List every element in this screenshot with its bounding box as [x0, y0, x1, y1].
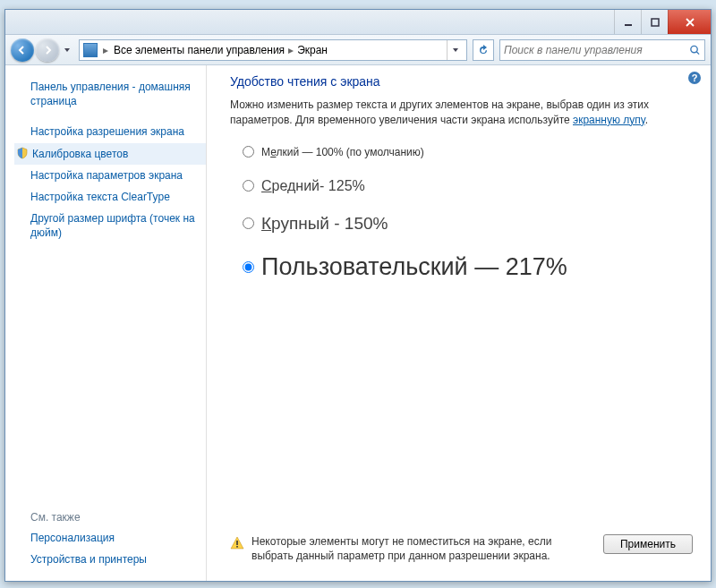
sidebar-link-cleartype[interactable]: Настройка текста ClearType: [14, 186, 206, 208]
navbar: ▸ Все элементы панели управления ▸ Экран: [5, 35, 711, 65]
sidebar-item-label: Калибровка цветов: [32, 147, 128, 161]
desc-text-end: .: [645, 114, 648, 126]
main-content: ? Удобство чтения с экрана Можно изменит…: [207, 65, 711, 581]
titlebar: [5, 10, 711, 35]
see-also-personalization[interactable]: Персонализация: [14, 527, 206, 549]
svg-rect-6: [236, 546, 238, 548]
label-small[interactable]: Мелкий — 100% (по умолчанию): [261, 146, 424, 158]
svg-rect-5: [236, 541, 238, 545]
warning-text: Некоторые элементы могут не поместиться …: [251, 534, 596, 563]
nav-arrows: [11, 38, 73, 62]
svg-rect-1: [652, 19, 659, 26]
radio-medium[interactable]: [243, 180, 254, 192]
shield-icon: [16, 147, 29, 159]
maximize-button[interactable]: [641, 10, 668, 34]
page-title: Удобство чтения с экрана: [230, 74, 693, 89]
label-large[interactable]: Крупный - 150%: [261, 214, 388, 234]
sidebar-link-display-settings[interactable]: Настройка параметров экрана: [14, 165, 206, 186]
scaling-options: Мелкий — 100% (по умолчанию) Средний- 12…: [230, 146, 693, 301]
svg-text:?: ?: [692, 72, 698, 83]
option-medium: Средний- 125%: [243, 178, 693, 194]
search-input[interactable]: [504, 44, 686, 56]
radio-large[interactable]: [243, 217, 254, 229]
option-large: Крупный - 150%: [243, 214, 693, 234]
breadcrumb: Все элементы панели управления ▸ Экран: [114, 44, 328, 56]
svg-point-2: [691, 46, 697, 52]
control-panel-icon: [83, 43, 98, 57]
sidebar-link-color-calibration[interactable]: Калибровка цветов: [14, 143, 206, 165]
radio-custom[interactable]: [243, 261, 254, 273]
see-also-devices-printers[interactable]: Устройства и принтеры: [14, 549, 206, 570]
search-box[interactable]: [499, 39, 705, 61]
address-bar[interactable]: ▸ Все элементы панели управления ▸ Экран: [79, 39, 467, 61]
nav-history-dropdown[interactable]: [61, 42, 73, 58]
radio-small[interactable]: [243, 146, 254, 158]
close-button[interactable]: [668, 10, 711, 34]
sidebar-home-link[interactable]: Панель управления - домашняя страница: [14, 76, 206, 112]
warning-icon: [230, 536, 244, 550]
svg-rect-0: [625, 24, 632, 26]
magnifier-link[interactable]: экранную лупу: [573, 114, 645, 126]
breadcrumb-item[interactable]: Все элементы панели управления: [114, 44, 285, 56]
label-medium[interactable]: Средний- 125%: [261, 178, 365, 194]
refresh-button[interactable]: [473, 39, 494, 61]
breadcrumb-sep-icon: ▸: [286, 44, 295, 56]
label-custom[interactable]: Пользовательский — 217%: [261, 253, 567, 281]
apply-button[interactable]: Применить: [603, 534, 693, 554]
option-custom: Пользовательский — 217%: [243, 253, 693, 281]
sidebar-link-resolution[interactable]: Настройка разрешения экрана: [14, 121, 206, 142]
help-icon[interactable]: ?: [687, 71, 702, 85]
description: Можно изменить размер текста и других эл…: [230, 98, 693, 128]
breadcrumb-item[interactable]: Экран: [297, 44, 328, 56]
back-button[interactable]: [11, 38, 34, 62]
minimize-button[interactable]: [614, 10, 641, 34]
sidebar-link-custom-dpi[interactable]: Другой размер шрифта (точек на дюйм): [14, 208, 206, 243]
body: Панель управления - домашняя страница На…: [5, 65, 711, 581]
search-icon[interactable]: [689, 44, 701, 56]
sidebar: Панель управления - домашняя страница На…: [5, 65, 207, 581]
display-settings-window: ▸ Все элементы панели управления ▸ Экран…: [4, 9, 712, 582]
forward-button[interactable]: [36, 38, 59, 62]
option-small: Мелкий — 100% (по умолчанию): [243, 146, 693, 158]
address-dropdown[interactable]: [447, 40, 463, 60]
footer-row: Некоторые элементы могут не поместиться …: [230, 529, 693, 568]
see-also-label: См. также: [14, 507, 206, 527]
breadcrumb-sep-icon: ▸: [101, 44, 110, 56]
